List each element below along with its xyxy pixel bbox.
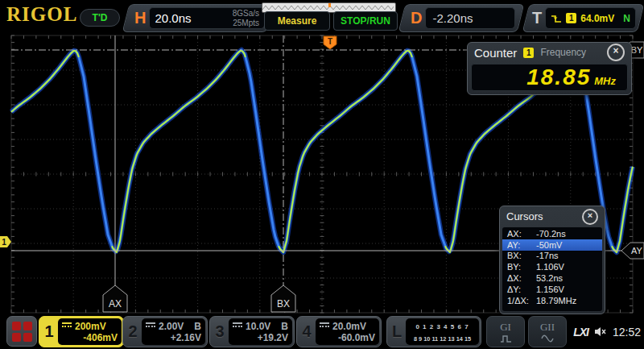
pulse-icon [500,334,512,343]
cursor-row-label: ΔX: [507,273,536,283]
cursor-row-label: BX: [507,251,536,260]
logic-row1: 0 1 2 3 4 5 6 7 [410,321,475,333]
cursor-ax-flag[interactable]: AX [103,285,127,312]
cursor-row-label: AY: [507,240,536,250]
delay-tab[interactable]: D -2.20ns [398,4,525,32]
cursor-row-1δx[interactable]: 1/ΔX:18.79MHz [502,295,602,306]
counter-source-badge: 1 [523,48,534,58]
channel-1-button[interactable]: 1 200mV -406mV [39,316,124,347]
counter-value: 18.85 [526,64,591,90]
channel-scale: 20.0mV [332,321,366,332]
cursor-row-δy[interactable]: ΔY:1.156V [502,284,602,295]
cursors-title: Cursors [506,210,543,222]
oscilloscope-screen: AX BX AY BY T 1 Counter 1 Frequency × 18… [0,0,644,349]
cursor-row-value: -50mV [536,240,562,250]
svg-text:T: T [328,37,332,46]
lxi-badge: LXI [573,326,588,339]
cursors-close-icon[interactable]: × [582,209,598,225]
cursor-row-value: 1.106V [536,262,564,272]
svg-text:BY: BY [631,45,643,55]
svg-text:1: 1 [2,238,6,247]
cursor-row-value: -17ns [536,251,559,260]
trigger-position-flag[interactable]: T [324,36,336,49]
cursor-row-ay[interactable]: AY:-50mV [502,239,602,251]
svg-text:BX: BX [277,298,290,310]
gen1-label: GI [500,321,511,334]
dc-coupling-icon [233,322,242,330]
trigger-level: 64.0mV [580,13,614,24]
trigger-label: T [532,9,542,27]
channel-offset: -60.0mV [320,332,375,344]
horizontal-label: H [134,9,146,27]
bottom-channel-bar: 1 200mV -406mV 2 2.00V B +2.16V 3 10.0V … [0,314,644,349]
measure-button[interactable]: Measure [264,11,330,31]
channel-scale: 10.0V [246,321,270,332]
speaker-muted-icon[interactable] [594,326,607,337]
cursor-row-ax[interactable]: AX:-70.2ns [502,228,602,239]
channel-offset: -406mV [62,332,118,344]
horizontal-tab[interactable]: H 20.0ns 8GSa/s 25Mpts [122,4,275,32]
cursor-row-label: ΔY: [507,285,536,294]
counter-close-icon[interactable]: × [607,44,625,61]
logic-row2: 8 9 10 11 12 13 14 15 [412,333,473,345]
cursor-row-label: 1/ΔX: [507,296,536,305]
ch1-ground-marker[interactable]: 1 [0,236,11,247]
svg-text:AY: AY [631,246,643,256]
counter-unit: MHz [594,75,616,87]
bandwidth-limit-badge: B [281,321,288,332]
gen1-button[interactable]: GI [486,316,525,347]
rigol-logo: RIGOL [6,3,77,26]
dc-coupling-icon [62,322,72,330]
memory-depth: 25Mpts [233,19,259,27]
cursor-row-label: AX: [507,229,536,239]
falling-edge-icon [551,14,562,23]
bandwidth-limit-badge: B [194,321,201,332]
logic-label: L [387,317,407,347]
delay-label: D [411,9,422,27]
channel-number: 4 [297,317,316,347]
channel-2-button[interactable]: 2 2.00V B +2.16V [122,316,208,347]
channel-offset: +2.16V [146,332,201,344]
channel-number: 1 [39,317,59,347]
cursor-row-value: 18.79MHz [536,296,576,305]
cursor-row-value: -70.2ns [536,229,566,239]
logic-channels-button[interactable]: L 0 1 2 3 4 5 6 7 8 9 10 11 12 13 14 15 [386,316,481,347]
clock: 12:52 [613,326,641,339]
counter-title: Counter [474,46,517,60]
channel-scale: 200mV [75,321,106,332]
cursor-row-value: 53.2ns [536,273,563,283]
cursor-row-by[interactable]: BY:1.106V [502,261,602,272]
cursor-row-value: 1.156V [536,285,564,294]
channel-number: 2 [123,317,142,347]
trigger-tab[interactable]: T 1 64.0mV N [522,4,644,32]
sample-rate: 8GSa/s [233,9,259,18]
channel-offset: +19.2V [233,332,288,344]
trigger-source-badge: 1 [566,13,576,23]
cursors-panel: Cursors × AX:-70.2nsAY:-50mVBX:-17nsBY:1… [499,206,605,314]
delay-value: -2.20ns [432,11,473,25]
cursor-readout-list: AX:-70.2nsAY:-50mVBX:-17nsBY:1.106VΔX:53… [502,227,602,311]
trigger-mode: N [623,13,630,24]
gen2-label: GII [540,321,555,334]
channel-number: 3 [210,317,229,347]
dc-coupling-icon [146,322,155,330]
stop-run-button[interactable]: STOP/RUN [333,11,398,31]
menu-grid-button[interactable] [6,316,37,347]
channel-4-button[interactable]: 4 20.0mV -60.0mV [296,316,382,347]
trigger-position-marker [328,3,331,7]
timebase-value: 20.0ns [155,11,191,25]
counter-type-label: Frequency [540,47,586,58]
counter-readout: 18.85 MHz [471,64,628,91]
cursor-bx-flag[interactable]: BX [271,285,295,312]
cursor-row-δx[interactable]: ΔX:53.2ns [502,272,602,284]
gen2-button[interactable]: GII [528,316,567,347]
channel-3-button[interactable]: 3 10.0V B +19.2V [209,316,295,347]
channel-scale: 2.00V [159,321,184,332]
trigger-status-badge: T'D [80,9,120,27]
cursor-row-bx[interactable]: BX:-17ns [502,251,602,262]
counter-panel: Counter 1 Frequency × 18.85 MHz [467,42,632,95]
svg-text:AX: AX [109,298,122,310]
cursor-row-label: BY: [507,262,536,272]
cursor-ay-tag[interactable]: AY [621,243,644,259]
dc-coupling-icon [320,322,329,330]
